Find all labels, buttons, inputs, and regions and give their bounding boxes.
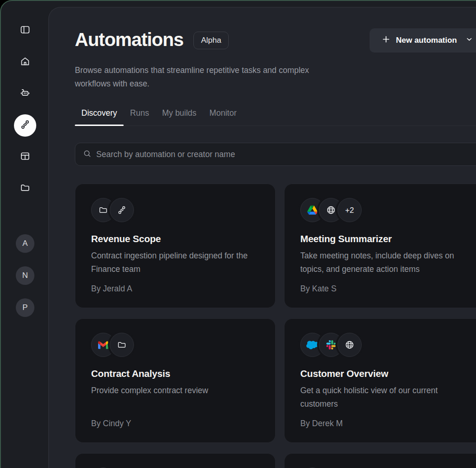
automation-icon <box>110 198 134 222</box>
new-automation-button[interactable]: New automation <box>370 28 476 53</box>
folder-icon <box>110 333 134 357</box>
chevron-down-icon <box>465 35 473 46</box>
sidebar: A N P <box>2 2 48 468</box>
sidebar-toggle-icon <box>20 24 31 37</box>
sidebar-item-assistant[interactable] <box>14 83 36 105</box>
tab-runs[interactable]: Runs <box>124 108 156 125</box>
main-panel: Automations Alpha New automation Browse … <box>48 7 476 468</box>
sidebar-item-tables[interactable] <box>14 146 36 168</box>
folder-icon <box>20 182 31 195</box>
tab-my-builds[interactable]: My builds <box>156 108 203 125</box>
card-author: By Cindy Y <box>91 419 259 428</box>
card-title: Customer Overview <box>300 368 469 379</box>
sidebar-item-files[interactable] <box>14 178 36 200</box>
automation-card[interactable]: Contract Analysis Provide complex contra… <box>75 318 276 443</box>
automation-grid: Revenue Scope Contract ingestion pipelin… <box>75 184 476 468</box>
new-automation-label: New automation <box>396 36 457 45</box>
card-description: Provide complex contract review <box>91 384 259 397</box>
card-author: By Jerald A <box>91 284 259 294</box>
app-window: A N P Automations Alpha New automation B… <box>0 0 476 468</box>
sidebar-item-home[interactable] <box>14 51 36 73</box>
card-description: Get a quick holistic view of our current… <box>300 384 469 411</box>
table-icon <box>20 151 31 164</box>
card-description: Contract ingestion pipeline designed for… <box>91 249 259 276</box>
search-input[interactable] <box>96 150 476 159</box>
card-author: By Derek M <box>300 419 469 428</box>
avatar-stack: A N P <box>16 234 34 317</box>
page-header: Automations Alpha New automation <box>75 28 476 53</box>
page-subtitle: Browse automations that streamline repet… <box>75 64 317 91</box>
tab-bar: Discovery Runs My builds Monitor <box>75 108 476 126</box>
automation-card[interactable]: Customer Overview Get a quick holistic v… <box>284 318 476 443</box>
avatar[interactable]: N <box>16 266 34 285</box>
integration-badges <box>91 333 259 357</box>
integration-badges <box>91 198 259 222</box>
card-author: By Kate S <box>300 284 469 294</box>
automation-card[interactable] <box>75 453 276 468</box>
avatar[interactable]: P <box>16 298 34 317</box>
card-description: Take meeting notes, include deep dives o… <box>300 249 469 276</box>
avatar[interactable]: A <box>16 234 34 253</box>
sidebar-item-automations[interactable] <box>14 114 36 137</box>
sidebar-toggle-button[interactable] <box>14 20 36 42</box>
tab-monitor[interactable]: Monitor <box>203 108 243 125</box>
page-title: Automations <box>75 28 183 51</box>
automation-card[interactable] <box>284 453 476 468</box>
card-title: Revenue Scope <box>91 233 259 244</box>
more-integrations-badge: +2 <box>337 198 362 222</box>
automation-icon <box>20 119 31 132</box>
alpha-badge: Alpha <box>193 32 228 49</box>
plus-icon <box>382 35 390 46</box>
globe-icon <box>337 333 362 357</box>
card-title: Contract Analysis <box>91 368 259 379</box>
integration-badges: +2 <box>300 198 469 222</box>
card-title: Meeting Summarizer <box>300 233 469 244</box>
automation-card[interactable]: +2 Meeting Summarizer Take meeting notes… <box>284 184 476 308</box>
bot-icon <box>20 87 31 100</box>
integration-badges <box>300 333 469 357</box>
automation-card[interactable]: Revenue Scope Contract ingestion pipelin… <box>75 184 276 308</box>
search-icon <box>83 149 92 160</box>
tab-discovery[interactable]: Discovery <box>75 108 124 125</box>
search-bar[interactable] <box>75 143 476 166</box>
home-icon <box>20 56 31 69</box>
